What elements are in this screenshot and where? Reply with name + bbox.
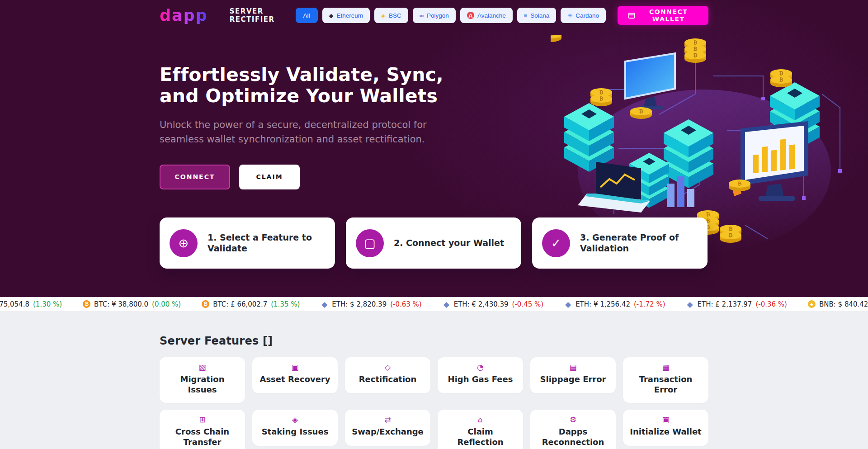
gauge-icon: ◔	[444, 364, 517, 371]
ticker-change: (0.00 %)	[152, 300, 181, 308]
chain-label: Avalanche	[477, 12, 506, 19]
chain-label: All	[303, 12, 310, 19]
chain-filter-group: All ◆ Ethereum ◈ BSC ∞ Polygon A Avalanc…	[296, 8, 606, 23]
feature-card[interactable]: ◔ High Gas Fees	[438, 357, 523, 393]
badge-plus-icon: ⊕	[170, 229, 198, 257]
crop-frame-icon: ⊞	[166, 416, 239, 424]
feature-card[interactable]: ⇄ Swap/Exchange	[345, 410, 430, 446]
ticker-price: ETH: ¥ 1,256.42	[576, 300, 630, 308]
ticker-item: ₿ BTC: £ 66,002.7 (1.35 %)	[202, 300, 300, 308]
ticker-price: ETH: € 2,430.39	[454, 300, 509, 308]
ticker-item: ◆ ETH: ¥ 1,256.42 (-1.72 %)	[564, 300, 665, 308]
bank-icon: ⇄	[351, 416, 424, 424]
chain-filter-chip[interactable]: All	[296, 8, 318, 23]
record-box-icon: ▣	[259, 364, 331, 371]
ticker-price: BTC: € 75,054.8	[0, 300, 29, 308]
feature-label: High Gas Fees	[444, 374, 517, 385]
feature-card[interactable]: ◈ Staking Issues	[252, 410, 338, 446]
ethereum-icon: ◆	[329, 13, 334, 19]
eth-icon: ◆	[564, 300, 572, 308]
feature-card[interactable]: ▣ Asset Recovery	[252, 357, 338, 393]
svg-text:₿: ₿	[551, 35, 553, 38]
ticker-price: BNB: $ 840.42	[819, 300, 868, 308]
ticker-item: ◆ ETH: € 2,430.39 (-0.45 %)	[443, 300, 543, 308]
ticker-change: (-1.72 %)	[634, 300, 665, 308]
ticker-item: ₿ BTC: ¥ 38,800.0 (0.00 %)	[83, 300, 181, 308]
step-label: 3. Generate Proof of Validation	[580, 232, 698, 254]
chain-label: Polygon	[427, 12, 449, 19]
ticker-item: ◆ ETH: £ 2,137.97 (-0.36 %)	[686, 300, 787, 308]
feature-label: Staking Issues	[259, 427, 331, 437]
step-card[interactable]: ✓ 3. Generate Proof of Validation	[532, 217, 708, 269]
feature-card[interactable]: ▤ Slippage Error	[530, 357, 616, 393]
chain-filter-chip[interactable]: ≡ Solana	[517, 8, 557, 23]
step-card[interactable]: ⊕ 1. Select a Feature to Validate	[160, 217, 335, 269]
dapp-logo[interactable]: dapp	[160, 6, 208, 24]
calculator-icon: ▦	[629, 364, 702, 371]
feature-card[interactable]: ⊞ Cross Chain Transfer	[160, 410, 245, 449]
step-label: 1. Select a Feature to Validate	[208, 232, 325, 254]
chain-filter-chip[interactable]: ◈ BSC	[374, 8, 408, 23]
chain-filter-chip[interactable]: ∞ Polygon	[413, 8, 456, 23]
ticker-price: BTC: £ 66,002.7	[213, 300, 267, 308]
connect-button[interactable]: CONNECT	[160, 165, 230, 189]
chain-filter-chip[interactable]: ✳ Cardano	[561, 8, 606, 23]
feature-card[interactable]: ⚙ Dapps Reconnection	[530, 410, 616, 449]
ticker-change: (-0.36 %)	[755, 300, 787, 308]
feature-label: Cross Chain Transfer	[166, 427, 239, 447]
ticker-item: ₿ BTC: € 75,054.8 (1.30 %)	[0, 300, 62, 308]
record-box-icon: ▣	[629, 416, 702, 424]
step-label: 2. Connect your Wallet	[394, 238, 504, 249]
claim-button[interactable]: CLAIM	[239, 165, 300, 189]
hero-subtitle: Unlock the power of a secure, decentrali…	[160, 118, 467, 146]
feature-label: Swap/Exchange	[351, 427, 424, 437]
eth-icon: ◆	[321, 300, 328, 308]
step-card[interactable]: ▢ 2. Connect your Wallet	[346, 217, 521, 269]
package-icon: ▧	[166, 364, 239, 371]
cash-hand-icon: ◈	[259, 416, 331, 424]
chart-bars-icon: ▤	[537, 364, 609, 371]
feature-card[interactable]: ▧ Migration Issues	[160, 357, 245, 403]
avalanche-icon: A	[467, 12, 474, 19]
hero-title-line1: Effortlessly Validate, Sync,	[160, 64, 458, 85]
hero-title-line2: and Optimize Your Wallets	[160, 85, 458, 107]
btc-icon: ₿	[202, 300, 209, 308]
chain-label: BSC	[389, 12, 401, 19]
ticker-price: ETH: $ 2,820.39	[332, 300, 387, 308]
chain-filter-chip[interactable]: A Avalanche	[460, 8, 513, 23]
shopping-bag-icon: ⌂	[444, 416, 517, 424]
bnb-icon: ◆	[808, 300, 816, 308]
ticker-change: (-0.63 %)	[390, 300, 422, 308]
feature-card[interactable]: ▣ Initialize Wallet	[623, 410, 708, 446]
cardano-icon: ✳	[567, 13, 572, 19]
polygon-icon: ∞	[420, 13, 424, 19]
ticker-item: ◆ ETH: $ 2,820.39 (-0.63 %)	[321, 300, 421, 308]
ticker-track: ₿ BTC: € 75,054.8 (1.30 %) ₿ BTC: ¥ 38,8…	[0, 300, 868, 308]
piggy-bank-icon: ✓	[542, 229, 570, 257]
feature-label: Claim Reflection	[444, 427, 517, 447]
eth-icon: ◆	[686, 300, 694, 308]
chain-label: Solana	[530, 12, 549, 19]
features-grid: ▧ Migration Issues ▣ Asset Recovery ◇ Re…	[160, 357, 708, 449]
ticker-change: (1.30 %)	[33, 300, 62, 308]
btc-icon: ₿	[83, 300, 90, 308]
eraser-icon: ◇	[351, 364, 424, 371]
chain-label: Ethereum	[337, 12, 363, 19]
feature-card[interactable]: ⌂ Claim Reflection	[438, 410, 523, 449]
feature-label: Dapps Reconnection	[537, 427, 609, 447]
feature-label: Initialize Wallet	[629, 427, 702, 437]
feature-label: Slippage Error	[537, 374, 609, 385]
feature-card[interactable]: ▦ Transaction Error	[623, 357, 708, 403]
connect-wallet-button[interactable]: CONNECT WALLET	[618, 6, 708, 25]
steps-row: ⊕ 1. Select a Feature to Validate ▢ 2. C…	[160, 217, 708, 269]
price-ticker[interactable]: ₿ BTC: € 75,054.8 (1.30 %) ₿ BTC: ¥ 38,8…	[0, 297, 868, 311]
feature-card[interactable]: ◇ Rectification	[345, 357, 430, 393]
features-title: Server Features []	[160, 335, 708, 347]
ticker-change: (1.35 %)	[271, 300, 300, 308]
eth-icon: ◆	[443, 300, 450, 308]
wallet-icon: ▢	[356, 229, 384, 257]
ticker-price: BTC: ¥ 38,800.0	[94, 300, 148, 308]
feature-label: Rectification	[351, 374, 424, 385]
features-section: Server Features [] ▧ Migration Issues ▣ …	[0, 311, 868, 449]
chain-filter-chip[interactable]: ◆ Ethereum	[322, 8, 370, 23]
